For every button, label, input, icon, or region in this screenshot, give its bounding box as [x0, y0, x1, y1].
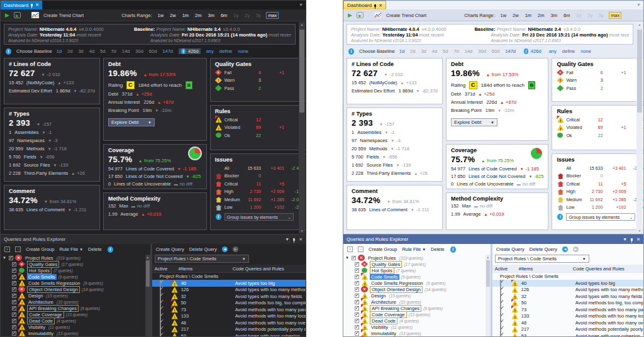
baseline-option[interactable]: none — [238, 48, 248, 54]
query-row[interactable]: 48Avoid methods with too many overloads — [492, 319, 643, 326]
quality-gate-row[interactable]: Pass2 — [215, 84, 304, 92]
checkbox[interactable] — [355, 331, 359, 336]
charts-range-option[interactable]: 2y — [586, 13, 594, 18]
tree-item[interactable]: Hot Spots(7 queries) — [345, 267, 491, 273]
tool-window-title-bar[interactable]: Queries and Rules Explorer ▼ ✕ — [1, 235, 306, 244]
navigate-back-icon[interactable]: ◀ — [562, 246, 568, 252]
tree-item[interactable]: Immutability(13 queries) — [345, 330, 491, 336]
query-row[interactable]: 73Avoid methods with too many parameters — [492, 306, 643, 313]
quality-gate-row[interactable]: Warn3 — [215, 77, 304, 85]
group-issues-dropdown[interactable]: Group issues by elements⌄ — [225, 213, 294, 221]
baseline-option[interactable]: define — [562, 48, 575, 54]
checkbox[interactable] — [500, 333, 501, 336]
charts-range-option[interactable]: 1m — [524, 13, 533, 18]
tree-item[interactable]: Immutability(13 queries) — [2, 330, 150, 336]
tree-item[interactable]: API Breaking Changes(9 queries) — [345, 305, 491, 311]
rules-row[interactable]: Violated89+1-2 — [557, 124, 644, 132]
dashboard-scrollbar[interactable]: ▲ ▼ — [299, 22, 305, 233]
query-row[interactable]: 73Avoid methods with too many parameters — [152, 306, 306, 313]
tree-item[interactable]: Object Oriented Design(14 queries) — [345, 286, 491, 292]
issues-row[interactable]: Blocker0 — [215, 172, 304, 180]
pin-icon[interactable] — [631, 238, 633, 241]
checkbox[interactable] — [9, 256, 13, 260]
query-row[interactable]: 53Avoid types with poor cohesion — [152, 333, 306, 336]
issues-row[interactable]: Blocker0 — [557, 172, 644, 180]
checkbox[interactable] — [12, 294, 16, 298]
scroll-thumb[interactable] — [637, 30, 642, 113]
issues-row[interactable]: All15 633+3 401-2 448 — [557, 164, 644, 172]
query-row[interactable]: 40Avoid types too big — [492, 280, 643, 287]
tab-list-caret-icon[interactable]: ▼ — [636, 3, 641, 7]
scroll-thumb[interactable] — [299, 30, 304, 113]
checkbox[interactable] — [12, 275, 16, 279]
explore-debt-button[interactable]: Explore Debt▼ — [108, 118, 155, 126]
explore-debt-button[interactable]: Explore Debt▼ — [451, 118, 497, 126]
info-icon[interactable] — [107, 246, 114, 253]
checkbox[interactable] — [355, 319, 359, 323]
query-row[interactable]: 32Avoid types with too many fields — [152, 293, 306, 300]
checkbox[interactable] — [355, 306, 359, 311]
baseline-option[interactable]: 426d — [179, 48, 201, 54]
tree-item[interactable]: Dead Code(4 queries) — [345, 318, 491, 324]
scroll-up-icon[interactable]: ▲ — [636, 23, 643, 26]
checkbox[interactable] — [355, 268, 359, 273]
rules-row[interactable]: Critical12-1 — [215, 116, 304, 124]
baseline-option[interactable]: 7d — [111, 48, 116, 54]
window-position-caret-icon[interactable]: ▼ — [285, 237, 289, 241]
rule-file-button[interactable]: Rule File ▼ — [59, 246, 83, 252]
scroll-thumb[interactable] — [146, 260, 150, 287]
baseline-option[interactable]: 4d — [432, 48, 437, 54]
close-icon[interactable]: ✕ — [636, 237, 640, 242]
charts-range-option[interactable]: 1y — [575, 13, 582, 18]
baseline-option[interactable]: 60d — [492, 48, 500, 54]
create-group-button[interactable]: Create Group — [26, 246, 54, 252]
create-query-button[interactable]: Create Query — [156, 246, 184, 252]
query-row[interactable]: 217Avoid methods potentially poorly comm… — [152, 326, 306, 333]
checkbox[interactable] — [355, 294, 359, 298]
baseline-option[interactable]: 5d — [443, 48, 448, 54]
tree-item[interactable]: Hot Spots(7 queries) — [2, 267, 150, 273]
baseline-option[interactable]: 147d — [505, 48, 516, 54]
checkbox[interactable] — [12, 262, 16, 267]
charts-range-option[interactable]: 5y — [255, 13, 262, 18]
tab-dashboard[interactable]: Dashboard ✕ — [1, 1, 42, 9]
charts-range-option[interactable]: 3m — [207, 13, 216, 18]
tree-item[interactable]: Code Coverage(13 queries) — [2, 311, 150, 318]
baseline-option[interactable]: any — [549, 48, 557, 54]
baseline-option[interactable]: 3d — [421, 48, 426, 54]
rules-row[interactable]: Ok22 — [557, 131, 644, 140]
quality-gate-row[interactable]: Fail6+1 — [557, 69, 644, 77]
baseline-option[interactable]: any — [206, 48, 214, 54]
charts-range-option[interactable]: 2m — [536, 13, 545, 18]
delete-button[interactable]: Delete — [88, 246, 102, 252]
charts-range-option[interactable]: 2w — [511, 13, 520, 18]
issues-row[interactable]: Low1 200+102-260 — [215, 204, 304, 212]
expander-icon[interactable]: ▼ — [345, 256, 350, 260]
tree-item[interactable]: Architecture(10 queries) — [345, 299, 491, 305]
baseline-option[interactable]: 2d — [67, 48, 72, 54]
issues-row[interactable]: All15 633+3 401-2 448 — [215, 164, 304, 172]
charts-range-option[interactable]: 1w — [499, 13, 508, 18]
issues-row[interactable]: High2 730+2 009-124 — [215, 188, 304, 196]
quality-gate-row[interactable]: Pass2 — [557, 84, 644, 92]
scroll-up-icon[interactable]: ▲ — [299, 23, 305, 26]
rules-row[interactable]: Violated89+1-2 — [215, 124, 304, 132]
issues-row[interactable]: Critical11+5-2 — [215, 180, 304, 188]
tree-item[interactable]: Design(15 queries) — [345, 292, 491, 299]
navigate-forward-icon[interactable]: ▶ — [573, 246, 579, 252]
query-row[interactable]: 50Avoid methods too big, too complex — [492, 300, 643, 307]
tree-item[interactable]: Quality Gates(17 queries) — [345, 261, 491, 267]
checkbox[interactable] — [355, 262, 359, 267]
scroll-down-icon[interactable]: ▼ — [299, 229, 305, 233]
run-analysis-icon[interactable]: ▶ — [5, 13, 9, 18]
expander-icon[interactable]: ▼ — [3, 256, 7, 260]
rule-group-dropdown[interactable]: Project Rules \ Code Smells▼ — [495, 255, 589, 263]
pin-icon[interactable] — [31, 4, 33, 6]
baseline-option[interactable]: 14d — [465, 48, 473, 54]
create-trend-chart-button[interactable]: Create Trend Chart — [43, 13, 84, 18]
charts-range-option[interactable]: 6m — [219, 13, 228, 18]
checkbox[interactable] — [12, 300, 16, 304]
tab-list-caret-icon[interactable]: ▼ — [299, 3, 303, 7]
query-group-row[interactable]: Project Rules \ Code Smells — [492, 273, 643, 280]
scroll-thumb[interactable] — [486, 260, 490, 287]
